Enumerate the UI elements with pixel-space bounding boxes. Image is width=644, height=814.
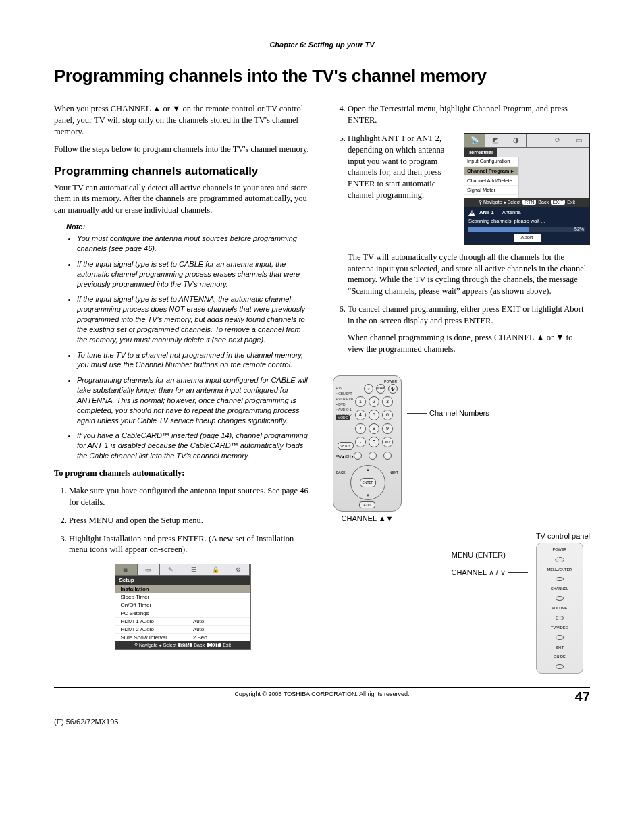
step-6: To cancel channel programming, either pr… <box>348 304 590 355</box>
channel-up-down-label: CHANNEL ▲▼ <box>333 514 402 522</box>
mode-labels: • TV • CBL/SAT • VCR/PVR • DVD • AUDIO 1… <box>336 385 353 418</box>
terr-tab-icon: ◩ <box>485 134 506 147</box>
small-btn <box>369 452 377 460</box>
step-2: Press MENU and open the Setup menu. <box>69 515 311 526</box>
d-pad: ENTER <box>350 465 385 500</box>
light-button: ☼ <box>364 384 373 394</box>
num-1: 1 <box>355 396 366 407</box>
menu-tab-icon: ▭ <box>138 564 160 575</box>
num-5: 5 <box>369 410 379 420</box>
setup-row: Sleep Timer <box>115 593 250 601</box>
step-4: Open the Terrestrial menu, highlight Cha… <box>348 103 590 126</box>
setup-row: Slide Show Interval2 Sec <box>115 633 250 641</box>
tv-control-panel-diagram: POWER MENU/ENTER CHANNEL VOLUME TV/VIDEO… <box>536 543 583 674</box>
procedure-heading: To program channels automatically: <box>54 468 311 479</box>
num-9: 9 <box>382 423 393 434</box>
tv-input-button <box>556 635 564 640</box>
setup-row: On/Off Timer <box>115 601 250 609</box>
terr-item: Input Configuration <box>464 157 518 167</box>
power-button: ⏻ <box>388 384 398 394</box>
note-item: If the input signal type is set to ANTEN… <box>77 294 311 344</box>
ch-rtn-button: CH RTN <box>338 442 354 450</box>
setup-row-installation: Installation <box>115 585 250 593</box>
tv-control-panel-block: MENU (ENTER) CHANNEL ∧ / ∨ TV control pa… <box>333 532 590 674</box>
post-step-5-paragraph: The TV will automatically cycle through … <box>348 252 590 298</box>
step-5-text: Highlight ANT 1 or ANT 2, depending on w… <box>348 133 457 201</box>
abort-button: Abort <box>514 234 541 242</box>
intro-paragraph-2: Follow the steps below to program channe… <box>54 144 311 155</box>
terr-tab-icon: ▭ <box>568 134 589 147</box>
num-6: 6 <box>382 410 393 420</box>
note-item: If the input signal type is set to CABLE… <box>77 259 311 290</box>
left-column: When you press CHANNEL ▲ or ▼ on the rem… <box>54 103 311 674</box>
setup-row: PC Settings <box>115 609 250 617</box>
tv-panel-callout-channel: CHANNEL ∧ / ∨ <box>451 568 527 577</box>
fav-ch-label: FAV▲/CH▼ <box>336 454 350 458</box>
back-label: BACK <box>336 470 346 474</box>
setup-menu-footer: ⚲ Navigate ● Select RTN Back EXIT Exit <box>115 641 250 649</box>
terr-item: Channel Add/Delete <box>464 176 518 186</box>
scan-message: Scanning channels, please wait ... <box>468 218 585 225</box>
menu-tab-icon: 🔒 <box>205 564 227 575</box>
remote-control-diagram: POWER • TV • CBL/SAT • VCR/PVR • DVD • A… <box>333 375 402 512</box>
terr-menu-title: Terrestrial <box>464 148 497 157</box>
num-7: 7 <box>355 423 366 434</box>
title-rule <box>54 92 590 92</box>
note-item: You must configure the antenna input sou… <box>77 234 311 254</box>
tv-guide-label: GUIDE <box>554 655 565 659</box>
scan-ant-label: ANT 1 <box>479 209 494 216</box>
step-5: Highlight ANT 1 or ANT 2, depending on w… <box>348 133 590 297</box>
tv-power-button <box>555 557 564 562</box>
page-footer: Copyright © 2005 TOSHIBA CORPORATION. Al… <box>54 687 590 697</box>
step-1: Make sure you have configured the antenn… <box>69 485 311 508</box>
scan-progress-box: ! ANT 1 Antenna Scanning channels, pleas… <box>464 207 589 244</box>
post-step-6-paragraph: When channel programming is done, press … <box>348 332 590 355</box>
menu-tab-icon: ▣ <box>115 564 138 575</box>
mode-button: MODE <box>336 415 350 420</box>
tv-exit-label: EXIT <box>556 645 564 649</box>
setup-row: HDMI 1 AudioAuto <box>115 617 250 625</box>
menu-tab-icon: ⚙ <box>227 564 250 575</box>
num-8: 8 <box>369 423 379 434</box>
num-dash: - <box>355 437 366 447</box>
chapter-heading: Chapter 6: Setting up your TV <box>54 40 590 49</box>
note-item: To tune the TV to a channel not programm… <box>77 350 311 371</box>
power-label: POWER <box>384 379 397 383</box>
step-3: Highlight Installation and press ENTER. … <box>69 533 311 556</box>
tv-menu-label: MENU/ENTER <box>547 568 572 572</box>
warning-icon: ! <box>468 210 475 216</box>
num-0: 0 <box>369 437 379 447</box>
num-4: 4 <box>355 410 366 420</box>
exit-button: EXIT <box>359 501 375 508</box>
copyright: Copyright © 2005 TOSHIBA CORPORATION. Al… <box>234 690 409 697</box>
num-3: 3 <box>382 396 393 407</box>
num-2: 2 <box>369 396 379 407</box>
tv-volume-button <box>556 616 564 620</box>
tv-guide-button <box>556 664 564 669</box>
tv-input-label: TV/VIDEO <box>551 626 568 630</box>
setup-menu-title: Setup <box>115 576 250 585</box>
remote-diagram-block: POWER • TV • CBL/SAT • VCR/PVR • DVD • A… <box>333 375 590 522</box>
scan-percent: 52% <box>574 226 584 232</box>
intro-paragraph-1: When you press CHANNEL ▲ or ▼ on the rem… <box>54 103 311 138</box>
terr-item: Signal Meter <box>464 186 518 195</box>
menu-tab-icon: ✎ <box>160 564 182 575</box>
setup-menu-icon-row: ▣ ▭ ✎ ☰ 🔒 ⚙ <box>115 564 250 576</box>
setup-row: HDMI 2 AudioAuto <box>115 625 250 633</box>
section-heading: Programming channels automatically <box>54 165 311 178</box>
sleep-button: SLEEP <box>376 384 385 394</box>
note-item: Programming channels for an antenna inpu… <box>77 375 311 425</box>
terr-tab-icon: ◑ <box>506 134 527 147</box>
tv-volume-label: VOLUME <box>552 606 567 610</box>
tv-channel-button <box>556 596 564 601</box>
section-paragraph-1: Your TV can automatically detect all act… <box>54 182 311 217</box>
scan-progress-bar: 52% <box>468 227 585 232</box>
scan-type-label: Antenna <box>502 209 521 216</box>
tv-panel-callout-menu: MENU (ENTER) <box>452 551 528 559</box>
callout-channel-numbers: Channel Numbers <box>407 409 489 417</box>
mts-button: MTS <box>382 437 393 447</box>
tv-menu-button <box>556 577 564 582</box>
terrestrial-menu-diagram: 📡 ◩ ◑ ☰ ⟳ ▭ Terrestrial Input Configurat… <box>464 133 590 245</box>
tv-power-label: POWER <box>553 547 567 551</box>
page-title: Programming channels into the TV's chann… <box>54 65 590 86</box>
